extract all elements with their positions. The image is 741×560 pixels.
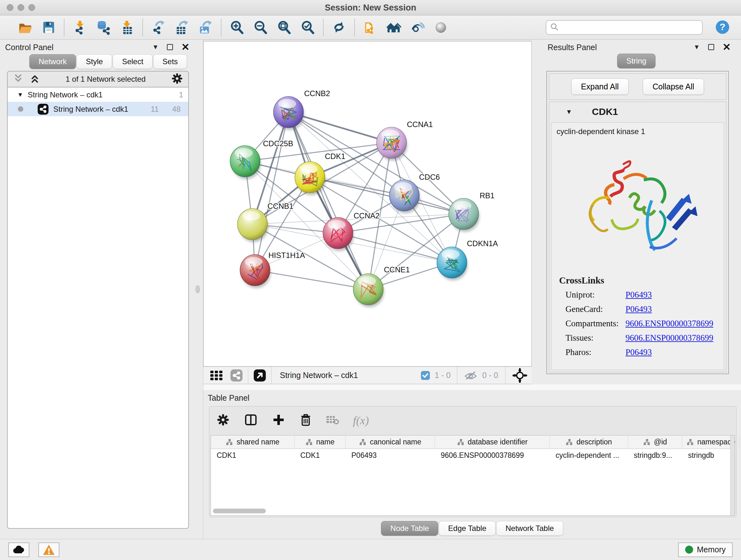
column-header-canonical-name[interactable]: canonical name xyxy=(346,435,435,449)
network-row[interactable]: String Network – cdk1 11 48 xyxy=(8,102,188,116)
function-builder-icon: f(x) xyxy=(353,414,369,427)
column-header-label: database identifier xyxy=(468,438,528,446)
hidden-eye-icon[interactable] xyxy=(464,369,478,382)
search-input[interactable] xyxy=(561,23,698,32)
column-header-database-identifier[interactable]: database identifier xyxy=(435,435,550,449)
crosshair-icon[interactable] xyxy=(513,368,527,383)
svg-text:?: ? xyxy=(720,21,725,32)
collapse-all-icon[interactable] xyxy=(13,73,23,85)
section-collapse-icon[interactable]: ▼ xyxy=(566,108,572,116)
network-options-gear-icon[interactable] xyxy=(171,72,183,86)
cdk1-section: ▼ CDK1 cyclin-dependent kinase 1 xyxy=(549,102,726,372)
network-edge-count: 48 xyxy=(172,105,181,114)
collapse-all-button[interactable]: Collapse All xyxy=(643,78,704,95)
string-sphere-button[interactable] xyxy=(433,19,449,36)
table-settings-gear-icon[interactable] xyxy=(216,413,230,428)
crosslink-link[interactable]: P06493 xyxy=(625,348,652,357)
open-session-button[interactable] xyxy=(17,19,33,36)
panel-close-icon[interactable]: ✕ xyxy=(723,44,731,51)
column-header--id[interactable]: @id xyxy=(628,435,682,449)
column-header-label: name xyxy=(316,438,335,446)
zoom-selected-button[interactable] xyxy=(299,19,316,36)
table-cell[interactable]: cyclin-dependent ... xyxy=(550,449,628,462)
table-horizontal-scrollbar[interactable] xyxy=(213,509,266,513)
selected-checkbox[interactable] xyxy=(421,371,430,380)
search-box[interactable] xyxy=(546,20,703,35)
tab-edge-table[interactable]: Edge Table xyxy=(439,521,495,536)
export-image-button[interactable] xyxy=(197,19,214,36)
table-cell[interactable]: CDK1 xyxy=(294,449,346,462)
network-collection-row[interactable]: ▼ String Network – cdk1 1 xyxy=(8,87,188,102)
column-header-name[interactable]: name xyxy=(294,435,346,449)
export-table-button[interactable] xyxy=(174,19,190,36)
panel-collapse-icon[interactable]: ▼ xyxy=(693,44,700,51)
tab-node-table[interactable]: Node Table xyxy=(381,521,438,536)
crosslinks-title: CrossLinks xyxy=(551,268,724,288)
open-in-new-window-icon[interactable] xyxy=(253,369,266,382)
zoom-out-button[interactable] xyxy=(252,19,269,36)
table-toolbar: f(x) xyxy=(209,407,736,435)
warnings-button[interactable] xyxy=(38,543,59,557)
tab-select[interactable]: Select xyxy=(113,54,152,69)
column-header-description[interactable]: description xyxy=(550,435,628,449)
left-splitter-handle[interactable] xyxy=(196,286,200,293)
panel-float-icon[interactable] xyxy=(708,44,714,50)
zoom-in-button[interactable] xyxy=(228,19,245,36)
tab-network[interactable]: Network xyxy=(29,54,76,69)
table-vertical-scrollbar[interactable] xyxy=(730,435,735,515)
tree-expand-icon[interactable]: ▼ xyxy=(17,91,23,98)
automation-cloud-button[interactable] xyxy=(8,543,29,557)
import-network-file-button[interactable] xyxy=(71,19,88,36)
panel-float-icon[interactable] xyxy=(167,44,173,50)
network-selection-status: 1 of 1 Network selected xyxy=(46,75,165,84)
import-network-database-button[interactable] xyxy=(95,19,112,36)
network-canvas[interactable]: CCNB2CCNA1CDC25BCDK1CDC6RB1CCNB1CCNA2CDK… xyxy=(203,41,532,367)
grid-view-icon[interactable] xyxy=(210,369,223,382)
svg-text:RB1: RB1 xyxy=(480,191,495,200)
column-header-shared-name[interactable]: shared name xyxy=(211,435,294,449)
network-graph[interactable]: CCNB2CCNA1CDC25BCDK1CDC6RB1CCNB1CCNA2CDK… xyxy=(204,42,532,367)
table-cell[interactable]: CDK1 xyxy=(211,449,294,462)
delete-column-icon[interactable] xyxy=(299,413,312,428)
tab-sets[interactable]: Sets xyxy=(153,54,187,69)
add-column-icon[interactable] xyxy=(272,413,285,428)
cdk1-section-header[interactable]: ▼ CDK1 xyxy=(549,102,726,122)
string-import-button[interactable] xyxy=(362,19,379,36)
crosslink-link[interactable]: P06493 xyxy=(625,290,652,300)
expand-all-icon[interactable] xyxy=(29,73,40,85)
expand-all-button[interactable]: Expand All xyxy=(571,78,629,95)
tab-style[interactable]: Style xyxy=(77,54,112,69)
column-header-label: @id xyxy=(654,438,667,446)
network-collection-label: String Network – cdk1 xyxy=(28,90,103,99)
tab-string[interactable]: String xyxy=(617,54,656,68)
network-collection-count: 1 xyxy=(179,90,183,99)
control-panel: Control Panel ▼ ✕ NetworkStyleSelectSets… xyxy=(0,40,203,539)
horizontal-splitter[interactable] xyxy=(203,384,741,390)
tab-network-table[interactable]: Network Table xyxy=(496,521,563,536)
help-button[interactable]: ? xyxy=(715,19,730,36)
string-glasses-button[interactable] xyxy=(409,19,426,36)
crosslink-link[interactable]: P06493 xyxy=(625,304,652,314)
refresh-network-button[interactable] xyxy=(331,19,347,36)
save-session-button[interactable] xyxy=(40,19,57,36)
table-row[interactable]: CDK1CDK1P064939606.ENSP00000378699cyclin… xyxy=(211,449,735,462)
table-cell[interactable]: stringdb:9... xyxy=(628,449,682,462)
panel-collapse-icon[interactable]: ▼ xyxy=(152,44,158,51)
string-home-button[interactable] xyxy=(386,19,402,36)
export-network-button[interactable] xyxy=(150,19,166,36)
share-view-icon[interactable] xyxy=(230,369,243,382)
network-tree: ▼ String Network – cdk1 1 String Network… xyxy=(8,87,188,528)
table-cell[interactable]: P06493 xyxy=(346,449,435,462)
zoom-fit-button[interactable] xyxy=(276,19,292,36)
import-table-file-button[interactable] xyxy=(119,19,135,36)
table-cell[interactable]: 9606.ENSP00000378699 xyxy=(435,449,550,462)
show-columns-icon[interactable] xyxy=(244,413,258,428)
svg-text:CDK1: CDK1 xyxy=(325,152,345,161)
panel-close-icon[interactable]: ✕ xyxy=(181,44,190,51)
crosslinks-list: Uniprot:P06493GeneCard:P06493Compartment… xyxy=(551,288,724,360)
hidden-node-edge-counts: 0 - 0 xyxy=(482,371,498,380)
crosslink-link[interactable]: 9606.ENSP00000378699 xyxy=(625,333,713,343)
network-view-toolbar: String Network – cdk1 1 - 0 0 - 0 xyxy=(203,367,532,384)
memory-button[interactable]: Memory xyxy=(678,543,733,557)
crosslink-link[interactable]: 9606.ENSP00000378699 xyxy=(625,319,713,328)
